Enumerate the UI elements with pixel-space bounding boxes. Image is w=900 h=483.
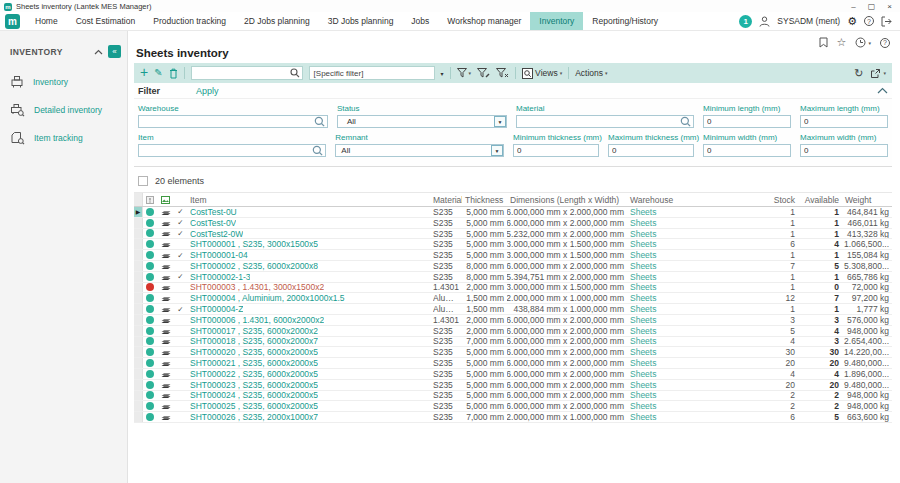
table-row[interactable]: ▶ ✓ CostTest-0U S235 5,000 mm 6.000,000 …	[134, 207, 892, 218]
warehouse-link[interactable]: Sheets	[630, 283, 656, 293]
warehouse-link[interactable]: Sheets	[630, 326, 656, 336]
item-link[interactable]: SHT000001 , S235, 3000x1500x5	[190, 239, 318, 249]
refresh-icon[interactable]: ↻	[854, 68, 863, 79]
table-row[interactable]: SHT000006 , 1.4301, 6000x2000x2 1.4301 2…	[134, 315, 892, 326]
edit-pencil-icon[interactable]: ✎	[154, 68, 162, 78]
table-row[interactable]: SHT000023 , S235, 6000x2000x5 S235 5,000…	[134, 380, 892, 391]
page-help-icon[interactable]: ?	[880, 38, 890, 48]
app-logo[interactable]: m	[5, 14, 20, 29]
close-button[interactable]: ×	[887, 2, 892, 11]
notification-badge[interactable]: 1	[739, 15, 752, 28]
column-dimensions[interactable]: Dimensions (Length x Width)	[507, 193, 627, 206]
menu-item-home[interactable]: Home	[26, 12, 67, 30]
export-button[interactable]: ▾	[870, 68, 886, 79]
table-row[interactable]: SHT000017 , S235, 6000x2000x2 S235 2,000…	[134, 326, 892, 337]
views-button[interactable]: Views ▾	[522, 68, 562, 79]
menu-item-reporting-history[interactable]: Reporting/History	[583, 12, 667, 30]
item-link[interactable]: SHT000003 , 1.4301, 3000x1500x2	[190, 283, 324, 293]
menu-item-jobs[interactable]: Jobs	[402, 12, 438, 30]
item-link[interactable]: SHT000026 , S235, 2000x1000x7	[190, 412, 318, 422]
item-link[interactable]: SHT000002 , S235, 6000x2000x8	[190, 261, 318, 271]
user-name[interactable]: SYSADM (ment)	[777, 16, 840, 26]
warehouse-link[interactable]: Sheets	[630, 412, 656, 422]
min-thickness-input[interactable]	[517, 146, 598, 155]
max-width-input[interactable]	[804, 146, 887, 155]
remnant-caret-icon[interactable]: ▼	[491, 145, 503, 156]
item-link[interactable]: CostTest-0U	[190, 207, 237, 217]
table-row[interactable]: SHT000002 , S235, 6000x2000x8 S235 8,000…	[134, 261, 892, 272]
material-search-icon[interactable]	[680, 116, 691, 127]
item-link[interactable]: CostTest2-0W	[190, 229, 243, 239]
warehouse-search-icon[interactable]	[314, 116, 325, 127]
warehouse-link[interactable]: Sheets	[630, 229, 656, 239]
warehouse-link[interactable]: Sheets	[630, 401, 656, 411]
search-input[interactable]	[196, 69, 290, 78]
specific-filter-select[interactable]: [Specific filter]	[309, 66, 435, 80]
logout-icon[interactable]	[881, 16, 892, 27]
table-row[interactable]: SHT000004 , Aluminium, 2000x1000x1.5 Alu…	[134, 293, 892, 304]
menu-item-3d-jobs-planning[interactable]: 3D Jobs planning	[319, 12, 403, 30]
remnant-select[interactable]: All▼	[335, 144, 504, 157]
bookmark-icon[interactable]	[819, 37, 828, 48]
favorite-star-icon[interactable]: ☆	[837, 37, 847, 48]
select-all-checkbox[interactable]	[138, 176, 148, 186]
item-link[interactable]: SHT000001-04	[190, 250, 248, 260]
material-input[interactable]	[520, 117, 680, 126]
warehouse-link[interactable]: Sheets	[630, 358, 656, 368]
warehouse-link[interactable]: Sheets	[630, 304, 656, 314]
column-thickness[interactable]: Thickness	[462, 193, 507, 206]
help-icon[interactable]: ?	[864, 16, 874, 26]
table-row[interactable]: SHT000021 , S235, 6000x2000x5 S235 5,000…	[134, 358, 892, 369]
warehouse-link[interactable]: Sheets	[630, 272, 656, 282]
table-row[interactable]: SHT000025 , S235, 6000x2000x5 S235 5,000…	[134, 401, 892, 412]
item-link[interactable]: SHT000006 , 1.4301, 6000x2000x2	[190, 315, 324, 325]
item-link[interactable]: SHT000021 , S235, 6000x2000x5	[190, 358, 318, 368]
menu-item-cost-estimation[interactable]: Cost Estimation	[67, 12, 145, 30]
maximize-button[interactable]: ▢	[868, 2, 876, 11]
item-link[interactable]: SHT000004-Z	[190, 304, 243, 314]
max-length-input[interactable]	[804, 117, 887, 126]
column-weight[interactable]: Weight	[842, 193, 892, 206]
item-search-icon[interactable]	[312, 145, 323, 156]
item-link[interactable]: CostTest-0V	[190, 218, 236, 228]
item-input[interactable]	[142, 146, 312, 155]
item-link[interactable]: SHT000020 , S235, 6000x2000x5	[190, 347, 318, 357]
status-caret-icon[interactable]: ▼	[494, 116, 506, 127]
delete-trash-icon[interactable]	[169, 68, 178, 79]
clear-filter-funnel-button[interactable]	[496, 68, 509, 78]
warehouse-link[interactable]: Sheets	[630, 369, 656, 379]
item-link[interactable]: SHT000018 , S235, 6000x2000x7	[190, 337, 318, 347]
specific-filter-caret-icon[interactable]: ▾	[441, 70, 444, 77]
table-row[interactable]: ✓ SHT000002-1-3 S235 8,000 mm 5.394,751 …	[134, 272, 892, 283]
table-row[interactable]: ✓ CostTest2-0W S235 5,000 mm 5.232,000 m…	[134, 229, 892, 240]
filter-funnel-button[interactable]: ▾	[457, 68, 472, 78]
warehouse-link[interactable]: Sheets	[630, 293, 656, 303]
table-row[interactable]: SHT000020 , S235, 6000x2000x5 S235 5,000…	[134, 347, 892, 358]
menu-item-production-tracking[interactable]: Production tracking	[144, 12, 235, 30]
warehouse-link[interactable]: Sheets	[630, 337, 656, 347]
table-row[interactable]: ✓ SHT000004-Z Aluminium 1,500 mm 438,884…	[134, 304, 892, 315]
item-link[interactable]: SHT000017 , S235, 6000x2000x2	[190, 326, 318, 336]
sidebar-collapse-button[interactable]: «	[108, 45, 121, 58]
item-link[interactable]: SHT000024 , S235, 6000x2000x5	[190, 391, 318, 401]
settings-gear-icon[interactable]: ⚙	[847, 16, 857, 27]
warehouse-link[interactable]: Sheets	[630, 380, 656, 390]
sidebar-item-detailed-inventory[interactable]: Detailed inventory	[0, 96, 127, 124]
item-link[interactable]: SHT000022 , S235, 6000x2000x5	[190, 369, 318, 379]
item-link[interactable]: SHT000004 , Aluminium, 2000x1000x1.5	[190, 293, 345, 303]
column-warehouse[interactable]: Warehouse	[627, 193, 771, 206]
table-row[interactable]: ✓ CostTest-0V S235 5,000 mm 6.000,000 mm…	[134, 218, 892, 229]
table-row[interactable]: ✓ SHT000001-04 S235 5,000 mm 3.000,000 m…	[134, 250, 892, 261]
apply-filter-link[interactable]: Apply	[196, 86, 219, 96]
table-row[interactable]: SHT000003 , 1.4301, 3000x1500x2 1.4301 2…	[134, 283, 892, 294]
menu-item-inventory[interactable]: Inventory	[530, 12, 583, 30]
menu-item-2d-jobs-planning[interactable]: 2D Jobs planning	[235, 12, 319, 30]
item-link[interactable]: SHT000002-1-3	[190, 272, 250, 282]
column-material[interactable]: Material	[430, 193, 462, 206]
chevron-up-icon[interactable]	[94, 49, 103, 55]
warehouse-link[interactable]: Sheets	[630, 261, 656, 271]
min-width-input[interactable]	[707, 146, 790, 155]
table-row[interactable]: SHT000022 , S235, 6000x2000x5 S235 5,000…	[134, 369, 892, 380]
column-available[interactable]: Available	[798, 193, 842, 206]
item-link[interactable]: SHT000023 , S235, 6000x2000x5	[190, 380, 318, 390]
